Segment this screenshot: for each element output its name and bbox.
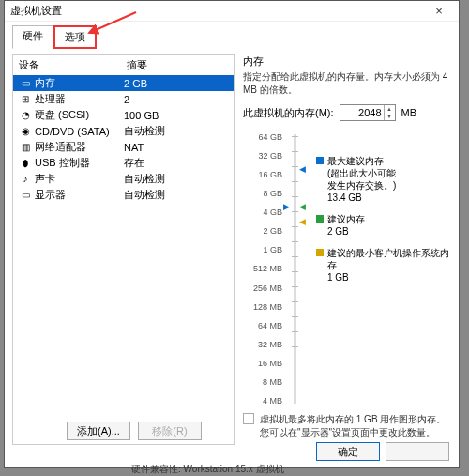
marker-rec-icon: ◀ xyxy=(299,202,306,211)
memory-unit: MB xyxy=(401,107,417,118)
col-summary: 摘要 xyxy=(127,58,147,72)
hardware-row[interactable]: ◉CD/DVD (SATA)自动检测 xyxy=(13,123,234,139)
ok-button[interactable]: 确定 xyxy=(316,442,380,461)
titlebar: 虚拟机设置 × xyxy=(5,1,459,22)
memory-label: 此虚拟机的内存(M): xyxy=(243,106,334,120)
memory-group-title: 内存 xyxy=(243,54,451,69)
hardware-row[interactable]: ♪声卡自动检测 xyxy=(13,171,234,187)
device-name: 网络适配器 xyxy=(35,140,86,154)
annotation-arrow-icon xyxy=(84,12,141,44)
tab-bar: 硬件 选项 xyxy=(5,22,459,49)
hardware-row[interactable]: ▥网络适配器NAT xyxy=(13,139,234,155)
device-summary: 2 xyxy=(124,94,229,105)
remove-button: 移除(R) xyxy=(138,422,202,440)
status-bar: 硬件兼容性: Workstation 15.x 虚拟机 xyxy=(131,463,284,476)
legend-min-value: 1 GB xyxy=(327,271,451,284)
tick-label: 8 MB xyxy=(243,377,282,387)
tick-label: 64 MB xyxy=(243,321,282,330)
hardware-row[interactable]: ◔硬盘 (SCSI)100 GB xyxy=(13,107,234,123)
info-icon xyxy=(243,413,254,424)
memory-panel: 内存 指定分配给此虚拟机的内存量。内存大小必须为 4 MB 的倍数。 此虚拟机的… xyxy=(243,54,451,445)
chevron-down-icon[interactable]: ▼ xyxy=(384,113,395,120)
slider-thumb-icon[interactable]: ▶ xyxy=(283,202,290,211)
device-summary: 自动检测 xyxy=(124,124,229,138)
tick-label: 512 MB xyxy=(243,264,282,273)
memory-legend: 最大建议内存 (超出此大小可能 发生内存交换。) 13.4 GB 建议内存 2 … xyxy=(316,131,451,407)
tab-hardware[interactable]: 硬件 xyxy=(12,25,53,49)
hardware-row[interactable]: ⬮USB 控制器存在 xyxy=(13,155,234,171)
cancel-button[interactable] xyxy=(386,442,449,461)
memory-group-desc: 指定分配给此虚拟机的内存量。内存大小必须为 4 MB 的倍数。 xyxy=(243,70,451,97)
device-icon: ▥ xyxy=(19,142,32,152)
device-summary: 自动检测 xyxy=(124,188,229,202)
hardware-list-buttons: 添加(A)... 移除(R) xyxy=(13,418,234,444)
device-icon: ⊞ xyxy=(19,94,32,104)
device-summary: 自动检测 xyxy=(124,172,229,186)
legend-max-note1: (超出此大小可能 xyxy=(327,167,396,179)
tick-label: 256 MB xyxy=(243,284,282,293)
device-icon: ♪ xyxy=(19,174,32,184)
device-icon: ◔ xyxy=(19,110,32,120)
legend-rec-title: 建议内存 xyxy=(327,213,365,225)
hardware-row[interactable]: ▭显示器自动检测 xyxy=(13,187,234,203)
memory-footnote-text: 虚拟机最多将此内存的 1 GB 用作图形内存。您可以在"显示器"设置页面中更改此… xyxy=(260,413,451,439)
device-icon: ▭ xyxy=(19,190,32,200)
chevron-up-icon[interactable]: ▲ xyxy=(384,105,395,113)
add-button[interactable]: 添加(A)... xyxy=(67,422,130,440)
hardware-row[interactable]: ⊞处理器2 xyxy=(13,91,234,107)
tick-label: 1 GB xyxy=(243,245,282,254)
legend-swatch-rec xyxy=(316,215,324,223)
device-icon: ⬮ xyxy=(19,158,32,169)
legend-max-note2: 发生内存交换。) xyxy=(327,179,396,192)
tick-label: 32 GB xyxy=(243,151,282,161)
legend-swatch-max xyxy=(316,157,324,164)
memory-slider-track[interactable]: ◀ ◀ ◀ ▶ xyxy=(286,131,312,407)
memory-slider-ticks: 64 GB32 GB16 GB8 GB4 GB2 GB1 GB512 MB256… xyxy=(243,131,282,407)
tick-label: 128 MB xyxy=(243,302,282,312)
tick-label: 64 GB xyxy=(243,132,282,142)
device-summary: NAT xyxy=(124,142,229,153)
tick-label: 32 MB xyxy=(243,340,282,349)
memory-footnote: 虚拟机最多将此内存的 1 GB 用作图形内存。您可以在"显示器"设置页面中更改此… xyxy=(243,407,451,445)
tick-label: 4 MB xyxy=(243,396,282,406)
device-name: 声卡 xyxy=(35,172,55,186)
dialog-footer: 确定 xyxy=(316,442,449,461)
device-name: 显示器 xyxy=(35,188,66,202)
hardware-row[interactable]: ▭内存2 GB xyxy=(13,75,234,91)
device-icon: ▭ xyxy=(19,78,32,88)
legend-min-title: 建议的最小客户机操作系统内存 xyxy=(327,247,451,271)
legend-swatch-min xyxy=(316,249,324,256)
tick-label: 2 GB xyxy=(243,226,282,236)
device-summary: 100 GB xyxy=(124,110,229,121)
marker-max-icon: ◀ xyxy=(299,164,306,174)
device-icon: ◉ xyxy=(19,126,32,136)
legend-max-title: 最大建议内存 xyxy=(327,155,396,167)
device-name: 内存 xyxy=(35,76,55,90)
legend-rec-value: 2 GB xyxy=(327,225,365,238)
memory-stepper[interactable]: ▲▼ xyxy=(340,104,396,121)
legend-max-value: 13.4 GB xyxy=(327,192,396,204)
hardware-list-panel: 设备 摘要 ▭内存2 GB⊞处理器2◔硬盘 (SCSI)100 GB◉CD/DV… xyxy=(12,54,235,445)
window-title: 虚拟机设置 xyxy=(10,4,425,18)
col-device: 设备 xyxy=(19,58,127,72)
device-name: 硬盘 (SCSI) xyxy=(35,108,89,122)
device-name: USB 控制器 xyxy=(35,156,90,170)
device-summary: 存在 xyxy=(124,156,229,170)
vm-settings-window: 虚拟机设置 × 硬件 选项 设备 摘要 ▭内存2 GB⊞处理器2◔硬盘 (SCS… xyxy=(4,0,460,468)
tick-label: 4 GB xyxy=(243,207,282,217)
tick-label: 16 MB xyxy=(243,359,282,368)
hardware-list-header: 设备 摘要 xyxy=(13,55,234,75)
marker-min-icon: ◀ xyxy=(299,217,306,226)
close-icon[interactable]: × xyxy=(425,4,453,18)
device-name: 处理器 xyxy=(35,92,66,106)
hardware-list[interactable]: ▭内存2 GB⊞处理器2◔硬盘 (SCSI)100 GB◉CD/DVD (SAT… xyxy=(13,75,234,418)
svg-line-0 xyxy=(89,12,136,33)
device-name: CD/DVD (SATA) xyxy=(35,126,110,137)
device-summary: 2 GB xyxy=(124,78,229,89)
tick-label: 16 GB xyxy=(243,170,282,179)
tick-label: 8 GB xyxy=(243,189,282,198)
